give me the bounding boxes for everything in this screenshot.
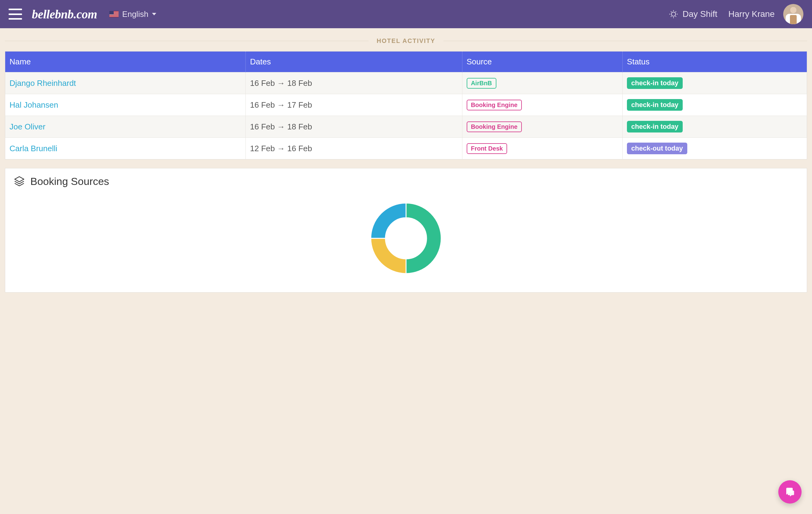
status-badge[interactable]: check-in today: [627, 77, 683, 89]
table-row: Hal Johansen16 Feb → 17 FebBooking Engin…: [5, 94, 807, 116]
source-tag[interactable]: Front Desk: [467, 143, 507, 154]
table-head: Name Dates Source Status: [5, 52, 807, 72]
activity-table: Name Dates Source Status Django Rheinhar…: [5, 51, 807, 160]
col-name[interactable]: Name: [5, 52, 246, 72]
avatar[interactable]: [783, 4, 804, 24]
col-source[interactable]: Source: [462, 52, 622, 72]
guest-link[interactable]: Hal Johansen: [9, 100, 58, 109]
cell-status: check-out today: [622, 138, 807, 160]
table-body: Django Rheinhardt16 Feb → 18 FebAirBnBch…: [5, 72, 807, 160]
svg-line-6: [676, 16, 676, 17]
sun-icon: [669, 9, 678, 19]
status-badge[interactable]: check-in today: [627, 121, 683, 133]
cell-status: check-in today: [622, 94, 807, 116]
source-tag[interactable]: Booking Engine: [467, 121, 522, 132]
user-menu[interactable]: Harry Krane: [728, 9, 775, 19]
cell-dates: 16 Feb → 17 Feb: [246, 94, 462, 116]
cell-source: Front Desk: [462, 138, 622, 160]
section-divider: HOTEL ACTIVITY: [5, 37, 807, 45]
svg-line-7: [671, 16, 672, 17]
shift-toggle[interactable]: Day Shift: [669, 9, 717, 19]
cell-name: Carla Brunelli: [5, 138, 246, 160]
svg-line-5: [671, 11, 672, 12]
svg-marker-9: [15, 177, 24, 182]
section-title: HOTEL ACTIVITY: [377, 37, 435, 45]
cell-name: Django Rheinhardt: [5, 72, 246, 94]
cell-source: AirBnB: [462, 72, 622, 94]
donut-slice[interactable]: [371, 203, 406, 238]
donut-slice[interactable]: [371, 238, 406, 274]
cell-source: Booking Engine: [462, 94, 622, 116]
source-tag[interactable]: Booking Engine: [467, 100, 522, 110]
cell-name: Hal Johansen: [5, 94, 246, 116]
cell-source: Booking Engine: [462, 116, 622, 138]
cell-dates: 16 Feb → 18 Feb: [246, 116, 462, 138]
language-label: English: [122, 9, 148, 19]
chat-icon: [784, 486, 795, 497]
booking-sources-card: Booking Sources: [5, 168, 807, 293]
card-title: Booking Sources: [30, 175, 109, 187]
cell-name: Joe Oliver: [5, 116, 246, 138]
shift-label: Day Shift: [683, 9, 717, 19]
status-badge[interactable]: check-in today: [627, 99, 683, 111]
cell-dates: 12 Feb → 16 Feb: [246, 138, 462, 160]
main-content: HOTEL ACTIVITY Name Dates Source Status …: [0, 37, 812, 305]
source-tag[interactable]: AirBnB: [467, 78, 496, 89]
menu-button[interactable]: [8, 8, 22, 20]
table-row: Carla Brunelli12 Feb → 16 FebFront Deskc…: [5, 138, 807, 160]
cell-status: check-in today: [622, 116, 807, 138]
guest-link[interactable]: Carla Brunelli: [9, 144, 57, 153]
divider-line: [5, 41, 369, 41]
col-status[interactable]: Status: [622, 52, 807, 72]
chat-fab[interactable]: [778, 480, 802, 504]
table-row: Django Rheinhardt16 Feb → 18 FebAirBnBch…: [5, 72, 807, 94]
col-dates[interactable]: Dates: [246, 52, 462, 72]
layers-icon: [13, 175, 25, 187]
brand-logo[interactable]: bellebnb.com: [32, 7, 97, 22]
chevron-down-icon: [152, 13, 156, 15]
cell-dates: 16 Feb → 18 Feb: [246, 72, 462, 94]
divider-line: [443, 41, 807, 41]
cell-status: check-in today: [622, 72, 807, 94]
donut-slice[interactable]: [406, 203, 441, 274]
app-header: bellebnb.com English Day Shift Harry Kra…: [0, 0, 812, 28]
donut-chart: [13, 195, 799, 281]
table-row: Joe Oliver16 Feb → 18 FebBooking Enginec…: [5, 116, 807, 138]
flag-us-icon: [109, 11, 119, 17]
language-selector[interactable]: English: [109, 9, 156, 19]
svg-line-8: [676, 11, 676, 12]
status-badge[interactable]: check-out today: [627, 143, 687, 154]
guest-link[interactable]: Django Rheinhardt: [9, 79, 76, 88]
guest-link[interactable]: Joe Oliver: [9, 122, 45, 131]
svg-point-0: [672, 12, 676, 16]
